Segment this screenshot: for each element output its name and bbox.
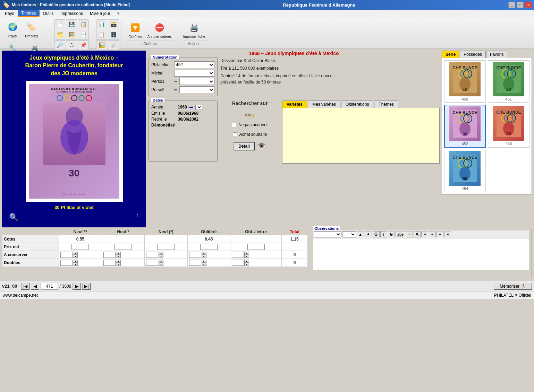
s-up3[interactable]: ▲	[202, 252, 206, 255]
d-dn3[interactable]: ▼	[159, 263, 163, 266]
annee-select[interactable]: ▼	[195, 105, 202, 110]
s-dn[interactable]: ▼	[116, 255, 121, 258]
collection-btn-2[interactable]: 💾	[66, 19, 77, 29]
obs-align-center-btn[interactable]: ≡	[429, 232, 436, 237]
conserver-neuf0-input[interactable]	[146, 252, 158, 258]
pays-button[interactable]: 🌍 Pays	[4, 19, 21, 40]
menu-help[interactable]: ?	[114, 10, 123, 17]
annuler-criteres-button[interactable]: ⛔ Annuler critères	[145, 20, 174, 40]
doubles-obl-input[interactable]	[189, 260, 201, 266]
doubles-obl-lettre-input[interactable]	[232, 260, 244, 266]
obs-strike-btn[interactable]: S	[388, 232, 395, 237]
d-up3[interactable]: ▲	[159, 260, 163, 263]
prix-oblitere-input[interactable]	[200, 244, 218, 250]
d-up2[interactable]: ▲	[116, 260, 121, 263]
nav-first-button[interactable]: |◀	[21, 283, 29, 290]
perso1-select[interactable]	[179, 78, 214, 85]
maximize-button[interactable]: □	[517, 2, 524, 8]
michel-select[interactable]	[174, 70, 214, 77]
conserver-neuf2-input[interactable]	[60, 252, 73, 258]
minimize-button[interactable]: _	[508, 2, 515, 8]
d-dn4[interactable]: ▼	[202, 263, 206, 266]
obs-incr-btn[interactable]: ▲	[357, 232, 364, 237]
tab-favoris[interactable]: Favoris	[486, 51, 507, 58]
vues-btn-1[interactable]: 📊	[96, 19, 107, 29]
obs-size-select[interactable]	[342, 231, 356, 237]
ebay-logo[interactable]: ebay	[245, 108, 254, 119]
collection-btn-6[interactable]: 📑	[78, 30, 89, 40]
nav-current-input[interactable]	[41, 283, 58, 290]
obs-font-select[interactable]	[314, 231, 341, 237]
collection-btn-4[interactable]: 🗂️	[54, 30, 65, 40]
prix-neuf0-input[interactable]	[157, 244, 175, 250]
s-dn4[interactable]: ▼	[244, 255, 249, 258]
doubles-neuf2-input[interactable]	[60, 260, 73, 266]
s-up2[interactable]: ▲	[159, 252, 163, 255]
menu-timbres[interactable]: Timbres	[18, 10, 40, 17]
obs-align-left-btn[interactable]: ≡	[421, 232, 428, 237]
prix-neuf1-input[interactable]	[115, 244, 132, 250]
menu-pays[interactable]: Pays	[1, 10, 18, 17]
obs-align-justify-btn[interactable]: ≡	[444, 232, 451, 237]
stepper-down[interactable]: ▼	[73, 255, 78, 258]
annee-arrow-icon[interactable]: ➡	[189, 104, 193, 110]
collection-btn-7[interactable]: 🔎	[54, 40, 65, 50]
collection-btn-9[interactable]: 📌	[78, 40, 89, 50]
tab-themes[interactable]: Thèmes	[374, 101, 398, 108]
collection-btn-1[interactable]: 📄	[54, 19, 65, 29]
stamp-thumb-453[interactable]: DEUTSCHE BUNDESPOST 30 453	[488, 105, 529, 148]
d-dn[interactable]: ▼	[73, 263, 78, 266]
conserver-obl-input[interactable]	[189, 252, 201, 258]
criteres-button[interactable]: 🔽 Critères	[126, 20, 144, 40]
vues-btn-5[interactable]: 🖼️	[96, 40, 107, 50]
tab-possedes[interactable]: Possédés	[460, 51, 486, 58]
stepper-up[interactable]: ▲	[73, 252, 78, 255]
eye-icon[interactable]: 👁️	[257, 142, 266, 151]
achat-souhaite-checkbox[interactable]	[233, 132, 237, 137]
menu-outils[interactable]: Outils	[40, 10, 57, 17]
obs-decr-btn[interactable]: ▼	[365, 232, 372, 237]
perso2-edit-icon[interactable]: ✏	[174, 88, 177, 92]
vues-btn-2[interactable]: 🗃️	[108, 19, 119, 29]
tab-mes-varietes[interactable]: Mes variétés	[308, 101, 340, 108]
obs-abe-btn[interactable]: abe	[396, 232, 405, 237]
obs-bold-btn[interactable]: G	[373, 231, 380, 237]
obs-italic-btn[interactable]: I	[380, 231, 387, 237]
s-up4[interactable]: ▲	[244, 252, 249, 255]
obs-color-btn[interactable]: ✏	[406, 232, 413, 237]
prix-obl-lettre-input[interactable]	[247, 244, 265, 250]
stamp-thumb-451[interactable]: DEUTSCHE BUNDESPOST 20 451	[488, 60, 529, 103]
ne-pas-acquerir-checkbox[interactable]	[232, 123, 236, 127]
collection-btn-5[interactable]: 🖼️	[66, 30, 77, 40]
s-up[interactable]: ▲	[116, 252, 121, 255]
obs-content[interactable]	[313, 238, 529, 270]
tab-obliterations[interactable]: Oblitérations	[341, 101, 373, 108]
close-button[interactable]: ✕	[525, 2, 532, 8]
timbres-button[interactable]: 🏷️ Timbres	[22, 19, 40, 40]
nav-last-button[interactable]: ▶|	[82, 283, 91, 290]
d-dn2[interactable]: ▼	[116, 263, 121, 266]
nav-prev-button[interactable]: ◀	[31, 283, 39, 290]
vues-btn-3[interactable]: 📋	[96, 30, 107, 40]
conserver-obl-lettre-input[interactable]	[232, 252, 244, 258]
memoriser-button[interactable]: Mémoriser 🏃	[494, 283, 532, 290]
nav-next-button[interactable]: ▶	[73, 283, 81, 290]
menu-impressions[interactable]: Impressions	[57, 10, 86, 17]
philatelix-select[interactable]: 452	[174, 61, 214, 68]
vues-btn-6[interactable]: 📰	[108, 40, 119, 50]
menu-mise-a-jour[interactable]: Mise à jour	[86, 10, 114, 17]
imprimer-fiche-button[interactable]: 🖨️ Imprimer fiche	[181, 20, 207, 40]
obs-align-right-btn[interactable]: ≡	[436, 232, 443, 237]
d-dn5[interactable]: ▼	[244, 263, 249, 266]
perso1-edit-icon[interactable]: ✏	[174, 79, 177, 84]
obs-font-color-btn[interactable]: A	[414, 231, 421, 237]
stamp-thumb-454[interactable]: DEUTSCHE BUNDESPOST 50 454	[444, 150, 486, 192]
stamp-thumb-452[interactable]: DEUTSCHE BUNDESPOST 30 452	[444, 105, 486, 148]
tab-varietes[interactable]: Variétés	[282, 101, 307, 108]
collection-btn-8[interactable]: ⬡	[66, 40, 77, 50]
d-up5[interactable]: ▲	[244, 260, 249, 263]
vues-btn-4[interactable]: 🗄️	[108, 30, 119, 40]
s-dn2[interactable]: ▼	[159, 255, 163, 258]
perso2-select[interactable]	[179, 86, 214, 93]
collection-btn-3[interactable]: 📋	[78, 19, 89, 29]
